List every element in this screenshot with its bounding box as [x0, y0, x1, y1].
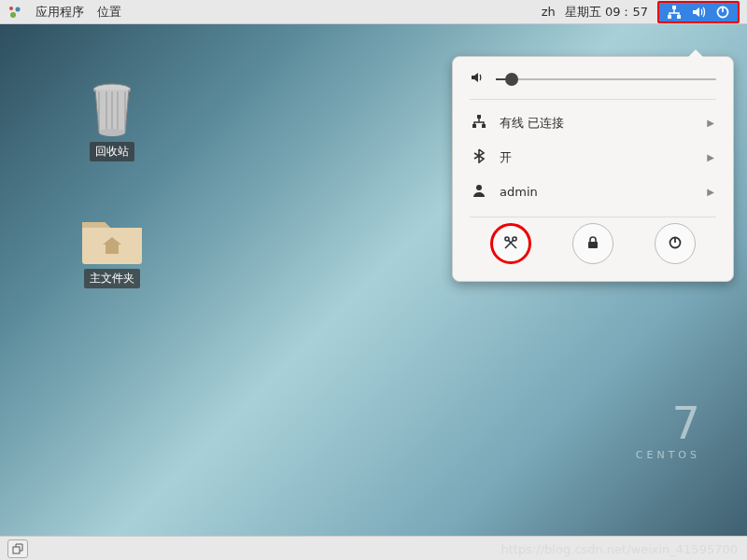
gnome-logo-icon: [7, 5, 22, 20]
places-menu[interactable]: 位置: [97, 4, 121, 21]
network-menu-icon: [472, 114, 486, 132]
clock-label[interactable]: 星期五 09：57: [565, 4, 648, 21]
chevron-right-icon: ▶: [707, 118, 714, 128]
svg-point-2: [10, 12, 16, 18]
bluetooth-menu-item[interactable]: 开 ▶: [470, 140, 716, 175]
user-menu-label: admin: [500, 185, 694, 199]
power-off-icon: [668, 235, 683, 253]
network-icon: [667, 5, 682, 20]
svg-rect-5: [677, 15, 681, 19]
settings-tools-icon: [502, 234, 519, 254]
settings-button[interactable]: [490, 223, 531, 264]
volume-slider[interactable]: [496, 78, 716, 80]
svg-point-1: [16, 7, 21, 11]
restore-window-icon: [12, 543, 23, 554]
svg-rect-3: [672, 6, 676, 9]
home-folder-desktop-icon[interactable]: 主文件夹: [65, 211, 159, 288]
svg-rect-9: [477, 115, 481, 119]
svg-point-14: [513, 237, 516, 241]
applications-menu[interactable]: 应用程序: [35, 4, 84, 21]
network-menu-label: 有线 已连接: [500, 115, 694, 132]
centos-watermark: 7 CENTOS: [636, 397, 700, 461]
window-list-button[interactable]: [7, 539, 28, 558]
system-status-popup: 有线 已连接 ▶ 开 ▶ admin ▶: [452, 56, 734, 282]
lock-icon: [585, 235, 600, 253]
svg-point-0: [9, 7, 13, 10]
user-icon: [472, 183, 486, 201]
folder-home-icon: [78, 211, 146, 265]
volume-popup-icon: [470, 70, 485, 88]
top-panel: 应用程序 位置 zh 星期五 09：57: [0, 0, 747, 24]
svg-point-13: [505, 237, 509, 241]
desktop[interactable]: 回收站 主文件夹 7 CENTOS 有线 已连接 ▶: [0, 24, 747, 536]
volume-icon: [691, 5, 706, 20]
trash-bin-icon: [86, 80, 138, 138]
svg-rect-4: [668, 15, 671, 19]
system-status-area[interactable]: [657, 1, 740, 23]
bluetooth-icon: [472, 148, 486, 166]
svg-point-12: [476, 185, 482, 190]
power-icon: [715, 5, 730, 20]
svg-point-8: [99, 129, 125, 136]
chevron-right-icon: ▶: [707, 187, 714, 197]
source-watermark: https://blog.csdn.net/weixin_41595700: [500, 542, 738, 556]
network-menu-item[interactable]: 有线 已连接 ▶: [470, 105, 716, 140]
chevron-right-icon: ▶: [707, 152, 714, 162]
power-button[interactable]: [655, 223, 696, 264]
trash-label: 回收站: [90, 142, 134, 161]
user-menu-item[interactable]: admin ▶: [470, 175, 716, 209]
lock-button[interactable]: [572, 223, 613, 264]
svg-rect-11: [482, 124, 486, 128]
bluetooth-menu-label: 开: [500, 149, 694, 166]
svg-rect-17: [13, 547, 20, 553]
home-folder-label: 主文件夹: [84, 269, 140, 288]
svg-rect-15: [588, 242, 598, 248]
divider: [470, 99, 716, 100]
input-method-indicator[interactable]: zh: [542, 5, 556, 19]
divider: [470, 217, 716, 217]
trash-desktop-icon[interactable]: 回收站: [65, 80, 159, 161]
svg-rect-10: [472, 124, 476, 128]
